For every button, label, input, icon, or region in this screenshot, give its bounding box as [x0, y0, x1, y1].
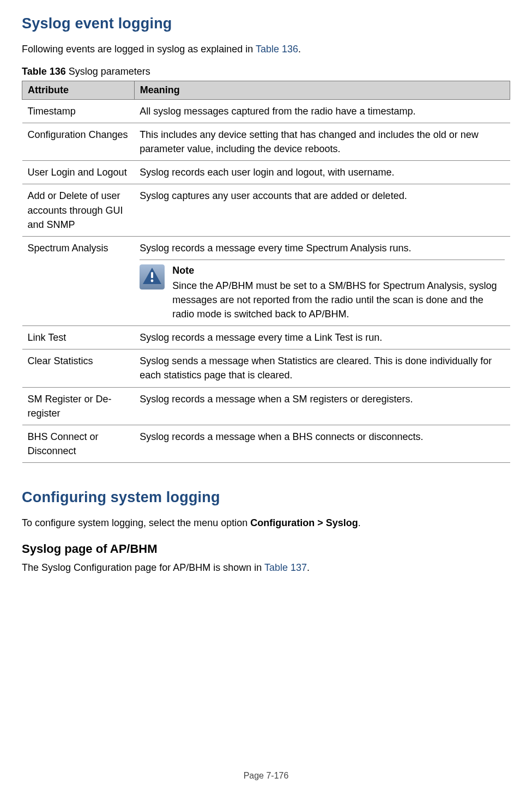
cell-meaning-text: Syslog records a message every time Spec… — [140, 241, 504, 255]
note-text-body: Since the AP/BHM must be set to a SM/BHS… — [172, 280, 497, 319]
note-label: Note — [172, 263, 504, 278]
table-header-row: Attribute Meaning — [22, 81, 510, 100]
cell-meaning: Syslog records a message when a SM regis… — [134, 387, 510, 425]
cell-attribute: Add or Delete of user accounts through G… — [22, 184, 135, 236]
svg-point-3 — [151, 279, 154, 282]
syslog-page-text-pre: The Syslog Configuration page for AP/BHM… — [22, 562, 264, 573]
intro-text-pre: Following events are logged in syslog as… — [22, 44, 256, 55]
column-header-meaning: Meaning — [134, 81, 510, 100]
syslog-page-paragraph: The Syslog Configuration page for AP/BHM… — [22, 560, 510, 575]
cell-meaning: All syslog messages captured from the ra… — [134, 100, 510, 123]
cell-meaning: Syslog captures any user accounts that a… — [134, 184, 510, 236]
table-row: Link Test Syslog records a message every… — [22, 326, 510, 349]
table-row: User Login and Logout Syslog records eac… — [22, 161, 510, 184]
table-row: Timestamp All syslog messages captured f… — [22, 100, 510, 123]
table-row: Configuration Changes This includes any … — [22, 123, 510, 161]
cell-meaning: Syslog records a message every time Spec… — [134, 236, 510, 325]
svg-rect-2 — [151, 272, 153, 278]
page-footer: Page 7-176 — [0, 771, 532, 781]
cell-meaning: Syslog records each user login and logou… — [134, 161, 510, 184]
menu-path-configuration-syslog: Configuration > Syslog — [250, 517, 358, 528]
table-row: Clear Statistics Syslog sends a message … — [22, 349, 510, 387]
cell-attribute: Timestamp — [22, 100, 135, 123]
cell-attribute: Spectrum Analysis — [22, 236, 135, 325]
table-syslog-parameters: Attribute Meaning Timestamp All syslog m… — [22, 81, 510, 463]
intro-text-post: . — [298, 44, 301, 55]
table-row: SM Register or De-register Syslog record… — [22, 387, 510, 425]
info-icon — [140, 264, 165, 290]
cell-meaning: This includes any device setting that ha… — [134, 123, 510, 161]
cell-attribute: Link Test — [22, 326, 135, 349]
cell-meaning: Syslog sends a message when Statistics a… — [134, 349, 510, 387]
table-row: Spectrum Analysis Syslog records a messa… — [22, 236, 510, 325]
link-table-137[interactable]: Table 137 — [264, 562, 307, 573]
cell-meaning: Syslog records a message when a BHS conn… — [134, 425, 510, 462]
note-block: Note Since the AP/BHM must be set to a S… — [140, 260, 504, 321]
table-caption-desc: Syslog parameters — [66, 66, 150, 77]
column-header-attribute: Attribute — [22, 81, 135, 100]
cell-attribute: User Login and Logout — [22, 161, 135, 184]
syslog-page-text-post: . — [307, 562, 310, 573]
document-page: Syslog event logging Following events ar… — [0, 0, 532, 796]
heading-syslog-event-logging: Syslog event logging — [22, 15, 510, 32]
table-row: BHS Connect or Disconnect Syslog records… — [22, 425, 510, 462]
table-136-caption: Table 136 Syslog parameters — [22, 66, 510, 77]
config-text-pre: To configure system logging, select the … — [22, 517, 250, 528]
cell-attribute: Configuration Changes — [22, 123, 135, 161]
heading-configuring-system-logging: Configuring system logging — [22, 489, 510, 506]
config-paragraph: To configure system logging, select the … — [22, 516, 510, 530]
cell-attribute: Clear Statistics — [22, 349, 135, 387]
table-row: Add or Delete of user accounts through G… — [22, 184, 510, 236]
intro-paragraph: Following events are logged in syslog as… — [22, 42, 510, 56]
link-table-136[interactable]: Table 136 — [256, 44, 298, 55]
table-caption-label: Table 136 — [22, 66, 66, 77]
note-content: Note Since the AP/BHM must be set to a S… — [172, 263, 504, 321]
cell-attribute: SM Register or De-register — [22, 387, 135, 425]
cell-meaning: Syslog records a message every time a Li… — [134, 326, 510, 349]
cell-attribute: BHS Connect or Disconnect — [22, 425, 135, 462]
config-text-post: . — [358, 517, 361, 528]
heading-syslog-page-ap-bhm: Syslog page of AP/BHM — [22, 542, 510, 556]
